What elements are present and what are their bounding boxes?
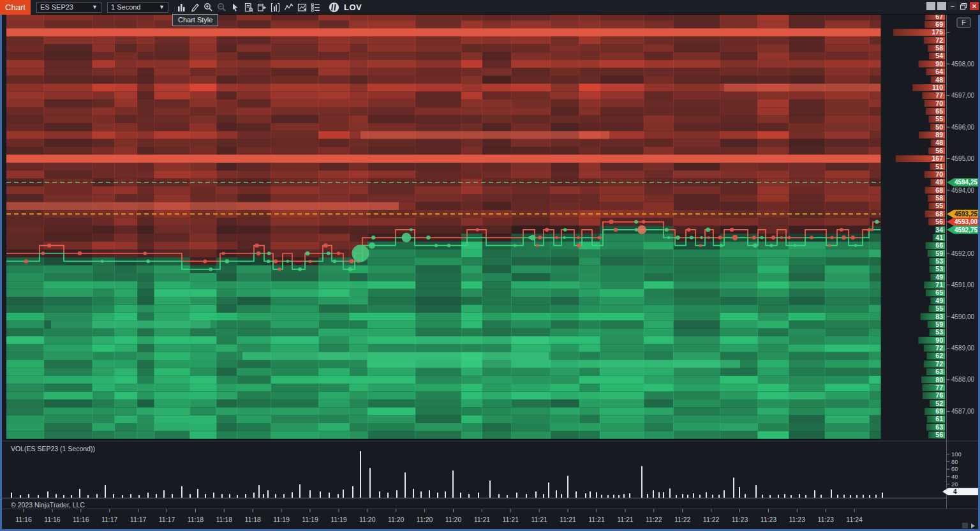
svg-text:89: 89 <box>935 131 943 138</box>
svg-text:11:20: 11:20 <box>359 516 376 523</box>
svg-text:90: 90 <box>935 60 943 68</box>
svg-text:55: 55 <box>935 115 943 123</box>
svg-text:11:17: 11:17 <box>130 516 147 523</box>
svg-text:64: 64 <box>935 68 943 75</box>
drawing-tools-button[interactable] <box>188 1 202 13</box>
data-box-button[interactable] <box>242 1 255 13</box>
chart-canvas[interactable]: 6769175725854906448110777065555089485616… <box>0 15 980 531</box>
cursor-button[interactable] <box>228 1 242 13</box>
heat-patch <box>415 336 549 344</box>
svg-text:72: 72 <box>935 344 943 352</box>
price-tag: 4593,25 <box>947 210 980 218</box>
svg-text:175: 175 <box>932 28 943 36</box>
zoom-in-button[interactable] <box>202 1 215 13</box>
svg-text:80: 80 <box>935 376 943 384</box>
svg-text:11:23: 11:23 <box>789 516 806 523</box>
svg-text:60: 60 <box>951 465 958 472</box>
notable-trade-dot <box>732 235 738 241</box>
window-button-2[interactable] <box>937 2 946 10</box>
svg-text:40: 40 <box>951 473 958 480</box>
close-button[interactable]: ✕ <box>970 2 979 10</box>
svg-text:100: 100 <box>951 451 961 458</box>
svg-text:55: 55 <box>935 304 943 312</box>
indicators-button[interactable] <box>282 1 295 13</box>
svg-text:167: 167 <box>932 154 943 162</box>
window-border-left <box>0 15 2 531</box>
svg-text:77: 77 <box>935 91 943 99</box>
logo-wrap: LOV <box>329 2 362 13</box>
svg-text:11:19: 11:19 <box>302 516 318 523</box>
svg-text:65: 65 <box>935 107 943 115</box>
svg-text:11:18: 11:18 <box>244 516 261 523</box>
svg-text:71: 71 <box>935 281 943 288</box>
svg-text:11:21: 11:21 <box>588 516 605 523</box>
chevron-down-icon: ▼ <box>92 4 98 10</box>
svg-text:11:19: 11:19 <box>273 516 290 523</box>
svg-text:58: 58 <box>935 194 943 202</box>
toolbar: Chart ES SEP23 ▼ 1 Second ▼ LOV <box>0 0 980 15</box>
order-panel-button[interactable] <box>255 1 269 13</box>
chevron-down-icon: ▼ <box>159 4 165 10</box>
svg-text:4588,00: 4588,00 <box>951 376 975 383</box>
svg-text:11:17: 11:17 <box>159 516 175 523</box>
svg-text:20: 20 <box>951 481 958 488</box>
svg-text:49: 49 <box>935 297 943 304</box>
svg-text:11:18: 11:18 <box>188 516 204 523</box>
liquidity-band <box>6 29 880 36</box>
chart-tab[interactable]: Chart <box>0 0 31 15</box>
market-depth-icon <box>271 3 280 12</box>
svg-text:76: 76 <box>935 391 943 399</box>
zoom-in-icon <box>204 3 213 12</box>
liquidity-band <box>6 154 880 162</box>
properties-button[interactable] <box>309 1 322 13</box>
svg-text:4596,00: 4596,00 <box>951 124 975 131</box>
svg-text:67: 67 <box>935 15 943 20</box>
price-tag: 4594,25 <box>947 178 980 186</box>
svg-text:72: 72 <box>935 360 943 368</box>
interval-dropdown[interactable]: 1 Second ▼ <box>107 2 168 13</box>
svg-text:70: 70 <box>935 170 943 178</box>
svg-text:4595,00: 4595,00 <box>951 155 975 162</box>
indicators-icon <box>284 3 293 12</box>
minimize-button[interactable]: – <box>948 2 957 10</box>
new-chart-icon <box>297 3 307 12</box>
svg-text:34: 34 <box>935 226 943 234</box>
restore-button[interactable] <box>959 2 968 10</box>
svg-text:56: 56 <box>935 431 943 438</box>
svg-text:41: 41 <box>935 234 943 241</box>
svg-text:11:16: 11:16 <box>44 516 61 523</box>
svg-text:4593,00: 4593,00 <box>954 218 978 225</box>
svg-text:68: 68 <box>935 210 943 218</box>
zoom-out-button[interactable] <box>215 1 228 13</box>
chart-style-button[interactable] <box>175 1 188 13</box>
svg-text:49: 49 <box>935 178 943 186</box>
svg-text:58: 58 <box>935 44 943 52</box>
market-depth-button[interactable] <box>269 1 282 13</box>
svg-text:4597,00: 4597,00 <box>951 92 975 99</box>
svg-text:56: 56 <box>935 147 943 154</box>
svg-text:56: 56 <box>935 218 943 225</box>
svg-text:77: 77 <box>935 384 943 391</box>
notable-trade-dot <box>402 233 412 243</box>
notable-trade-dot <box>637 225 646 234</box>
svg-text:48: 48 <box>935 76 943 84</box>
svg-text:48: 48 <box>935 138 943 146</box>
svg-text:11:16: 11:16 <box>73 516 89 523</box>
svg-text:11:21: 11:21 <box>531 516 547 523</box>
svg-text:65: 65 <box>935 288 943 296</box>
svg-text:4590,00: 4590,00 <box>951 313 975 320</box>
svg-text:F: F <box>961 19 965 26</box>
copyright-label: © 2023 NinjaTrader, LLC <box>11 501 85 509</box>
ninjatrader-logo-icon <box>329 2 339 13</box>
svg-text:70: 70 <box>935 100 943 107</box>
svg-text:66: 66 <box>935 241 943 249</box>
cursor-icon <box>230 3 240 12</box>
new-chart-button[interactable] <box>295 1 309 13</box>
svg-text:68: 68 <box>935 186 943 194</box>
chart-style-icon <box>177 3 186 12</box>
svg-text:4594,00: 4594,00 <box>951 187 975 194</box>
instrument-dropdown[interactable]: ES SEP23 ▼ <box>36 2 101 13</box>
window-button-1[interactable] <box>926 2 935 10</box>
heat-patch <box>6 202 399 210</box>
fullscreen-button[interactable]: F <box>957 18 970 27</box>
